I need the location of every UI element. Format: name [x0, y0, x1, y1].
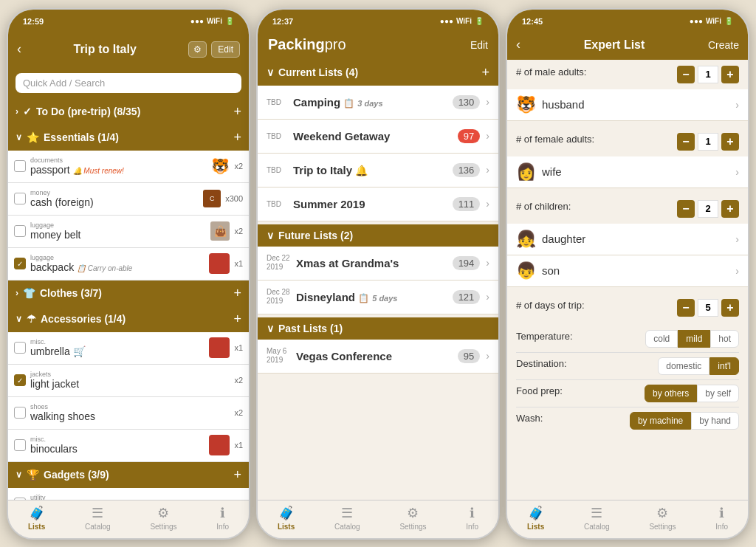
light-jacket-name: light jacket	[30, 378, 230, 390]
wash-by-hand[interactable]: by hand	[691, 412, 739, 430]
children-minus[interactable]: −	[677, 200, 695, 218]
food-by-self[interactable]: by self	[697, 385, 739, 402]
tab-catalog-1[interactable]: ☰ Catalog	[85, 505, 110, 531]
binoculars-name: binoculars	[30, 443, 205, 455]
current-lists-plus[interactable]: +	[481, 65, 489, 80]
tab-lists-2[interactable]: 🧳 Lists	[278, 505, 295, 531]
tab-catalog-3[interactable]: ☰ Catalog	[584, 505, 609, 531]
vegas-count: 95	[458, 349, 480, 363]
checkbox-umbrella[interactable]	[14, 342, 26, 354]
tab-catalog-2[interactable]: ☰ Catalog	[334, 505, 360, 531]
tab-info-label-3: Info	[715, 523, 728, 531]
scroll-area-1[interactable]: › ✓ To Do (pre-trip) (8/35) + ∨ ⭐ Essent…	[8, 99, 249, 500]
checkbox-binoculars[interactable]	[14, 439, 26, 451]
tab-lists-3[interactable]: 🧳 Lists	[527, 505, 544, 531]
list-row-camping[interactable]: TBD Camping 📋3 days 130 ›	[258, 86, 498, 120]
list-row-xmas[interactable]: Dec 222019 Xmas at Grandma's 194 ›	[258, 247, 498, 281]
item-umbrella[interactable]: misc. umbrella 🛒 x1	[8, 332, 249, 365]
temp-mild[interactable]: mild	[678, 330, 710, 348]
back-button-3[interactable]: ‹	[516, 37, 520, 52]
item-binoculars[interactable]: misc. binoculars x1	[8, 430, 249, 462]
checkbox-light-jacket[interactable]: ✓	[14, 374, 26, 386]
checkbox-walking-shoes[interactable]	[14, 407, 26, 419]
section-gadgets[interactable]: ∨ 🏆 Gadgets (3/9) +	[8, 462, 249, 488]
item-money-belt[interactable]: luggage money belt 👜 x2	[8, 216, 249, 248]
list-row-weekend[interactable]: TBD Weekend Getaway 97 ›	[258, 120, 498, 154]
list-row-disneyland[interactable]: Dec 282019 Disneyland 📋5 days 121 ›	[258, 281, 498, 314]
checkbox-money-belt[interactable]	[14, 225, 26, 237]
children-label: # of children:	[516, 201, 571, 212]
dest-domestic[interactable]: domestic	[658, 357, 709, 375]
list-row-vegas[interactable]: May 62019 Vegas Conference 95 ›	[258, 340, 498, 374]
days-minus[interactable]: −	[677, 299, 695, 317]
light-jacket-content: jackets light jacket	[30, 371, 230, 390]
tab-info-3[interactable]: ℹ Info	[715, 505, 728, 531]
status-bar-3: 12:45 ●●● WiFi 🔋	[507, 10, 748, 30]
item-iphone[interactable]: utility iPhone x2	[8, 488, 249, 500]
male-adults-plus[interactable]: +	[721, 66, 739, 83]
section-accessories[interactable]: ∨ ☂ Accessories (1/4) +	[8, 306, 249, 332]
pp-edit[interactable]: Edit	[470, 39, 488, 51]
dest-intl[interactable]: int'l	[709, 357, 739, 375]
clothes-plus[interactable]: +	[233, 286, 241, 301]
section-todo[interactable]: › ✓ To Do (pre-trip) (8/35) +	[8, 99, 249, 125]
tab-lists-1[interactable]: 🧳 Lists	[28, 505, 45, 531]
item-passport[interactable]: documents passport 🔔 Must renew! 🐯 x2	[8, 151, 249, 183]
checkbox-cash[interactable]	[14, 193, 26, 204]
temp-cold[interactable]: cold	[645, 330, 678, 348]
children-plus[interactable]: +	[721, 200, 739, 218]
item-backpack[interactable]: ✓ luggage backpack 📋 Carry on-able x1	[8, 248, 249, 281]
lists-icon-2: 🧳	[278, 505, 295, 521]
backpack-content: luggage backpack 📋 Carry on-able	[30, 254, 205, 273]
scroll-area-3[interactable]: # of male adults: − 1 + 🐯 husband › # of…	[507, 60, 748, 500]
children-section: # of children: − 2 +	[507, 194, 748, 224]
gear-button-1[interactable]: ⚙	[188, 41, 207, 58]
husband-chevron: ›	[735, 99, 739, 111]
female-adults-minus[interactable]: −	[677, 133, 695, 151]
xmas-date: Dec 222019	[267, 254, 290, 272]
wife-row[interactable]: 👩 wife ›	[507, 156, 748, 188]
section-essentials-label: Essentials (1/4)	[44, 131, 119, 143]
future-lists-header[interactable]: ∨ Future Lists (2)	[258, 224, 498, 247]
current-lists-header[interactable]: ∨ Current Lists (4) +	[258, 60, 498, 86]
tab-settings-3[interactable]: ⚙ Settings	[649, 505, 676, 531]
daughter-row[interactable]: 👧 daughter ›	[507, 224, 748, 255]
backpack-qty: x1	[234, 259, 243, 268]
list-row-summer[interactable]: TBD Summer 2019 111 ›	[258, 188, 498, 221]
section-clothes[interactable]: › 👕 Clothes (3/7) +	[8, 281, 249, 306]
catalog-icon-2: ☰	[341, 505, 353, 521]
temp-hot[interactable]: hot	[710, 330, 739, 348]
male-adults-minus[interactable]: −	[677, 66, 695, 83]
create-button[interactable]: Create	[708, 39, 739, 51]
tab-info-1[interactable]: ℹ Info	[216, 505, 229, 531]
son-row[interactable]: 👦 son ›	[507, 255, 748, 287]
item-walking-shoes[interactable]: shoes walking shoes x2	[8, 397, 249, 430]
gadgets-plus[interactable]: +	[233, 467, 241, 483]
vegas-date: May 62019	[267, 347, 290, 365]
tab-info-2[interactable]: ℹ Info	[466, 505, 478, 531]
checkbox-passport[interactable]	[14, 160, 26, 172]
status-bar-1: 12:59 ●●● WiFi 🔋	[8, 10, 249, 30]
checkbox-backpack[interactable]: ✓	[14, 258, 26, 269]
tab-settings-2[interactable]: ⚙ Settings	[399, 505, 426, 531]
female-adults-plus[interactable]: +	[721, 133, 739, 151]
item-cash[interactable]: money cash (foreign) C x300	[8, 183, 249, 216]
todo-plus[interactable]: +	[233, 104, 241, 120]
list-row-italy[interactable]: TBD Trip to Italy 🔔 136 ›	[258, 154, 498, 188]
section-essentials[interactable]: ∨ ⭐ Essentials (1/4) +	[8, 125, 249, 151]
wash-by-machine[interactable]: by machine	[630, 412, 691, 430]
food-by-others[interactable]: by others	[645, 385, 697, 402]
tbd-summer: TBD	[267, 200, 287, 208]
back-button-1[interactable]: ‹	[17, 41, 21, 57]
chevron-essentials: ∨	[16, 132, 22, 142]
scroll-area-2[interactable]: ∨ Current Lists (4) + TBD Camping 📋3 day…	[258, 60, 498, 500]
days-plus[interactable]: +	[721, 299, 739, 317]
husband-row[interactable]: 🐯 husband ›	[507, 89, 748, 121]
item-light-jacket[interactable]: ✓ jackets light jacket x2	[8, 365, 249, 397]
search-input-1[interactable]: Quick Add / Search	[16, 73, 241, 93]
accessories-plus[interactable]: +	[233, 312, 241, 327]
essentials-plus[interactable]: +	[233, 130, 241, 145]
past-lists-header[interactable]: ∨ Past Lists (1)	[258, 317, 498, 340]
tab-settings-1[interactable]: ⚙ Settings	[150, 505, 176, 531]
edit-button-1[interactable]: Edit	[211, 41, 240, 58]
